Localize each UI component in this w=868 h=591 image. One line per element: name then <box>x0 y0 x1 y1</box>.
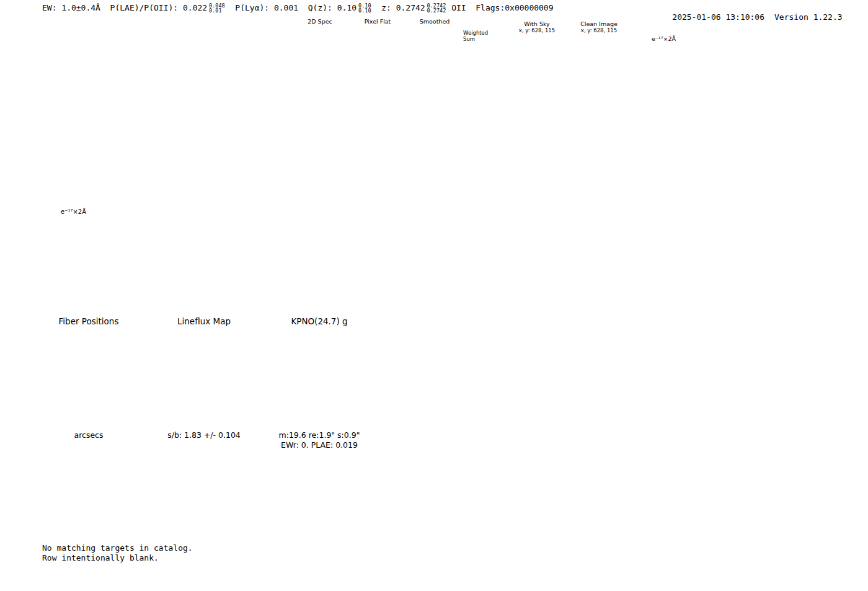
with-sky-title: With Sky <box>512 20 562 27</box>
zoom-plot-units-label: e⁻¹⁷×2Å <box>652 35 676 42</box>
header-summary-line: EW: 1.0±0.4Å P(LAE)/P(OII): 0.0220.0480.… <box>42 3 554 13</box>
elixer-report-page: EW: 1.0±0.4Å P(LAE)/P(OII): 0.0220.0480.… <box>0 0 868 591</box>
report-timestamp: 2025-01-06 13:10:06 <box>672 12 764 22</box>
footer-line-2: Row intentionally blank. <box>42 553 159 562</box>
text-segment: OII Flags:0x00000009 <box>446 3 553 12</box>
col-title-2d-spec: 2D Spec <box>289 18 351 25</box>
lineflux-map-title: Lineflux Map <box>157 316 250 326</box>
fiber-xlabel: arcsecs <box>42 431 135 440</box>
footer-line-1: No matching targets in catalog. <box>42 543 193 553</box>
lineflux-xlabel: s/b: 1.83 +/- 0.104 <box>151 431 257 440</box>
text-segment: z: 0.2742 <box>372 3 425 12</box>
kpno-xlabel-1: m:19.6 re:1.9" s:0.9" <box>264 431 375 440</box>
main-plot-units-label: e⁻¹⁷×2Å <box>61 208 86 215</box>
weighted-sum-label: Weighted Sum <box>463 30 488 42</box>
kpno-xlabel-2: EWr: 0. PLAE: 0.019 <box>264 441 375 450</box>
stacked-fraction: 0.0480.01 <box>209 3 225 13</box>
clean-image-title: Clean Image <box>573 20 625 27</box>
stacked-fraction: 0.100.10 <box>358 3 371 13</box>
weighted-sum-label-line2: Sum <box>463 36 488 42</box>
kpno-cutout-title: KPNO(24.7) g <box>273 316 366 326</box>
col-title-smoothed: Smoothed <box>406 18 463 25</box>
stacked-fraction: 0.27420.2742 <box>427 3 446 13</box>
fiber-positions-title: Fiber Positions <box>42 316 135 326</box>
clean-image-coords: x, y: 628, 115 <box>573 27 625 33</box>
header-datetime-version: 2025-01-06 13:10:06Version 1.22.3 <box>653 3 843 31</box>
with-sky-coords: x, y: 628, 115 <box>512 27 562 33</box>
text-segment: P(Lyα): 0.001 Q(z): 0.10 <box>226 3 356 12</box>
report-version: Version 1.22.3 <box>774 12 843 22</box>
text-segment: EW: 1.0±0.4Å P(LAE)/P(OII): 0.022 <box>42 3 207 12</box>
weighted-sum-label-line1: Weighted <box>463 30 488 36</box>
col-title-pixel-flat: Pixel Flat <box>350 18 405 25</box>
